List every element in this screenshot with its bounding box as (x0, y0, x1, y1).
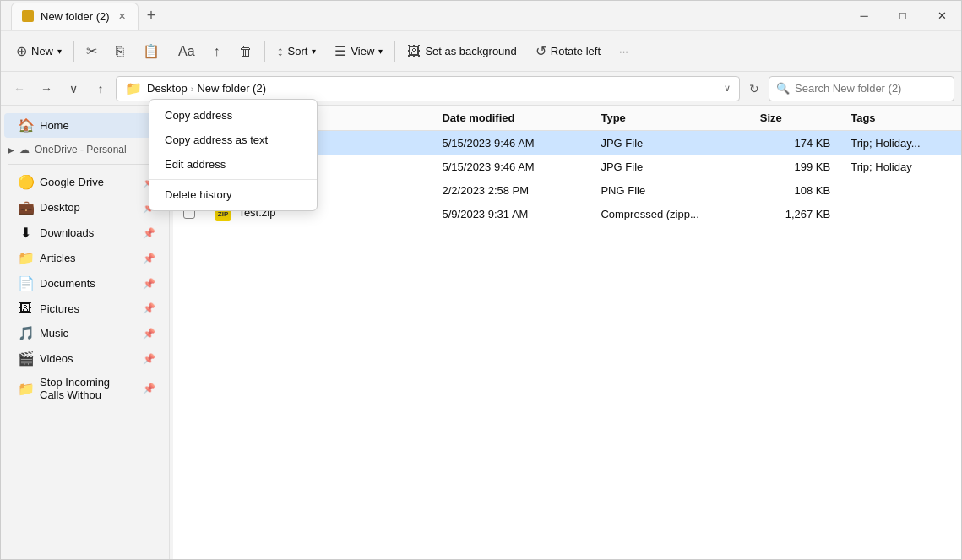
toolbar-separator-1 (73, 41, 74, 62)
nav-up-button[interactable]: ↑ (89, 77, 112, 101)
nav-forward-button[interactable]: → (35, 77, 58, 101)
share-icon: ↑ (214, 44, 220, 59)
sidebar-item-downloads[interactable]: ⬇ Downloads 📌 (4, 220, 166, 245)
home-icon: 🏠 (18, 117, 33, 133)
rotate-left-button[interactable]: ↺ Rotate left (527, 36, 609, 67)
toolbar-separator-2 (264, 41, 265, 62)
googledrive-icon: 🟡 (18, 174, 33, 190)
title-bar-left: New folder (2) ✕ + (11, 3, 845, 30)
breadcrumb-desktop[interactable]: Desktop (147, 82, 188, 95)
videos-icon: 🎬 (18, 351, 33, 367)
downloads-icon: ⬇ (18, 225, 33, 241)
sidebar-videos-label: Videos (40, 352, 136, 365)
sidebar-item-stop-calls[interactable]: 📁 Stop Incoming Calls Withou 📌 (4, 372, 166, 405)
sidebar-item-documents[interactable]: 📄 Documents 📌 (4, 271, 166, 296)
th-size-label: Size (760, 111, 782, 124)
sidebar-item-music[interactable]: 🎵 Music 📌 (4, 321, 166, 345)
paste-button[interactable]: 📋 (134, 36, 168, 67)
row-type-cell: Compressed (zipp... (590, 202, 749, 226)
set-background-button[interactable]: 🖼 Set as background (399, 36, 524, 67)
share-button[interactable]: ↑ (205, 36, 229, 67)
tab-close-button[interactable]: ✕ (117, 9, 128, 24)
pictures-pin-icon: 📌 (143, 302, 155, 314)
sidebar-item-home[interactable]: 🏠 Home (4, 113, 166, 138)
more-icon: ··· (619, 45, 628, 57)
breadcrumb-sep-1: › (191, 84, 194, 94)
th-tags[interactable]: Tags (840, 106, 961, 131)
context-menu-delete-history[interactable]: Delete history (149, 182, 317, 207)
view-button[interactable]: ☰ View ▾ (326, 36, 391, 67)
breadcrumb-folder[interactable]: New folder (2) (197, 82, 266, 95)
context-menu-copy-address[interactable]: Copy address (149, 103, 317, 128)
address-row: ← → ∨ ↑ 📁 Desktop › New folder (2) ∨ ↻ 🔍… (1, 72, 961, 106)
maximize-button[interactable]: □ (883, 1, 922, 31)
more-button[interactable]: ··· (611, 36, 637, 67)
new-button[interactable]: ⊕ New ▾ (8, 36, 70, 67)
articles-icon: 📁 (18, 250, 33, 266)
videos-pin-icon: 📌 (143, 353, 155, 365)
row-tags-cell (840, 202, 961, 226)
sidebar: 🏠 Home ▶ ☁ OneDrive - Personal 🟡 Google … (1, 106, 170, 559)
new-tab-button[interactable]: + (139, 3, 165, 30)
rename-button[interactable]: Aa (170, 36, 204, 67)
sidebar-item-desktop[interactable]: 💼 Desktop 📌 (4, 195, 166, 220)
rotate-label: Rotate left (551, 45, 601, 57)
sidebar-googledrive-label: Google Drive (40, 176, 136, 188)
toolbar-separator-3 (394, 41, 395, 62)
bg-icon: 🖼 (407, 44, 421, 59)
context-menu-copy-address-text[interactable]: Copy address as text (149, 128, 317, 152)
sidebar-home-label: Home (40, 119, 155, 132)
nav-recent-button[interactable]: ∨ (62, 77, 85, 101)
view-label: View (351, 45, 374, 57)
sort-button[interactable]: ↕ Sort ▾ (269, 36, 325, 67)
sidebar-pictures-label: Pictures (40, 302, 136, 315)
articles-pin-icon: 📌 (143, 253, 155, 264)
th-date[interactable]: Date modified (432, 106, 590, 131)
active-tab[interactable]: New folder (2) ✕ (11, 3, 139, 30)
sidebar-item-articles[interactable]: 📁 Articles 📌 (4, 246, 166, 270)
downloads-pin-icon: 📌 (143, 227, 155, 239)
desktop-icon: 💼 (18, 199, 33, 215)
view-icon: ☰ (334, 43, 346, 59)
th-date-label: Date modified (442, 111, 514, 124)
copy-icon: ⎘ (116, 44, 124, 59)
edit-address-label: Edit address (165, 158, 226, 171)
copy-button[interactable]: ⎘ (107, 36, 133, 67)
delete-button[interactable]: 🗑 (231, 36, 261, 67)
delete-icon: 🗑 (239, 44, 253, 59)
cut-button[interactable]: ✂ (78, 36, 106, 67)
row-date-cell: 2/2/2023 2:58 PM (432, 178, 590, 202)
row-size-cell: 108 KB (750, 178, 840, 202)
sidebar-downloads-label: Downloads (40, 226, 136, 239)
rotate-icon: ↺ (535, 43, 546, 59)
tab-label: New folder (2) (41, 10, 110, 23)
address-bar[interactable]: 📁 Desktop › New folder (2) ∨ (116, 76, 740, 101)
nav-back-button[interactable]: ← (8, 77, 31, 101)
search-box[interactable]: 🔍 (769, 76, 954, 101)
refresh-button[interactable]: ↻ (743, 78, 765, 100)
paste-icon: 📋 (143, 43, 160, 59)
search-input[interactable] (795, 82, 947, 95)
sidebar-item-googledrive[interactable]: 🟡 Google Drive 📌 (4, 170, 166, 194)
address-dropdown-icon[interactable]: ∨ (724, 83, 731, 94)
sidebar-item-videos[interactable]: 🎬 Videos 📌 (4, 346, 166, 371)
row-tags-cell: Trip; Holiday... (840, 131, 961, 155)
onedrive-icon: ☁ (19, 144, 30, 155)
minimize-button[interactable]: ─ (845, 1, 883, 31)
context-menu-edit-address[interactable]: Edit address (149, 152, 317, 177)
row-size-cell: 1,267 KB (750, 202, 840, 226)
th-tags-label: Tags (851, 111, 875, 124)
th-size[interactable]: Size (750, 106, 840, 131)
rename-icon: Aa (178, 44, 195, 59)
th-type[interactable]: Type (590, 106, 749, 131)
close-button[interactable]: ✕ (922, 1, 961, 31)
sidebar-documents-label: Documents (40, 277, 136, 290)
title-bar: New folder (2) ✕ + ─ □ ✕ (1, 1, 961, 31)
sidebar-item-pictures[interactable]: 🖼 Pictures 📌 (4, 296, 166, 320)
row-type-cell: PNG File (590, 178, 749, 202)
address-folder-icon: 📁 (125, 80, 142, 96)
toolbar: ⊕ New ▾ ✂ ⎘ 📋 Aa ↑ 🗑 ↕ Sort ▾ ☰ (1, 31, 961, 72)
stop-calls-pin-icon: 📌 (143, 383, 155, 394)
sidebar-group-onedrive[interactable]: ▶ ☁ OneDrive - Personal (1, 139, 169, 159)
sidebar-divider-1 (8, 164, 162, 165)
